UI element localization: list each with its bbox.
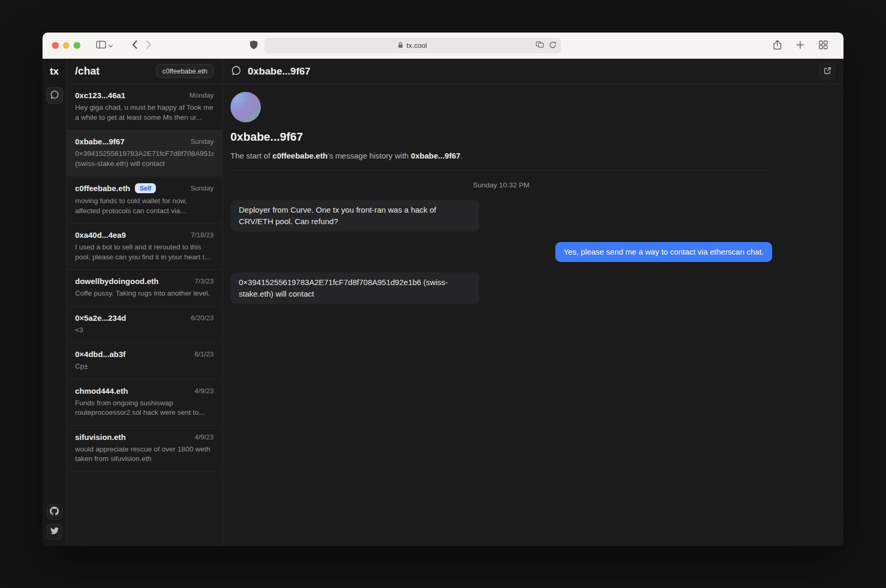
chat-list: 0xc123...46a1 Monday Hey giga chad, u mu… bbox=[67, 84, 222, 546]
self-badge: Self bbox=[135, 183, 156, 193]
share-icon bbox=[773, 40, 782, 51]
chat-item-date: Sunday bbox=[191, 184, 214, 192]
peer-name: 0xbabe...9f67 bbox=[230, 130, 772, 144]
chat-item-date: 7/18/23 bbox=[191, 231, 214, 239]
messages: Deployer from Curve. One tx you front-ra… bbox=[230, 200, 772, 304]
message-row: Deployer from Curve. One tx you front-ra… bbox=[230, 200, 772, 232]
message-bubble: Yes, please send me a way to contact via… bbox=[555, 242, 772, 262]
chat-item-date: 6/20/23 bbox=[191, 314, 214, 322]
chat-list-item[interactable]: 0xbabe...9f67 Sunday 0×39415255619783A2E… bbox=[67, 130, 222, 176]
toolbar-right-group bbox=[771, 38, 830, 54]
conversation-panel: 0xbabe...9f67 0xbabe...9f67 The start of… bbox=[223, 59, 843, 546]
chat-item-date: 4/9/23 bbox=[195, 387, 214, 395]
share-button[interactable] bbox=[771, 38, 784, 54]
privacy-shield-button[interactable] bbox=[247, 38, 260, 54]
external-link-icon bbox=[824, 67, 831, 76]
chat-item-name: 0×4dbd...ab3f bbox=[75, 350, 125, 359]
twitter-icon bbox=[50, 527, 59, 537]
tab-overview-button[interactable] bbox=[817, 38, 830, 53]
chat-item-preview: <3 bbox=[75, 326, 214, 335]
message-row: 0×39415255619783A2E71fcF7d8f708A951d92e1… bbox=[230, 272, 772, 304]
back-arrow-icon bbox=[132, 40, 138, 51]
user-badge[interactable]: c0ffeebabe.eth bbox=[156, 64, 214, 78]
browser-toolbar: tx.cool bbox=[43, 33, 843, 59]
chat-bubble-icon bbox=[50, 90, 59, 101]
app-logo: tx bbox=[50, 59, 59, 84]
chat-item-preview: would appreciate rescue of over 1800 wet… bbox=[75, 445, 214, 464]
chat-item-name: sifuvision.eth bbox=[75, 433, 126, 442]
conversation-title: 0xbabe...9f67 bbox=[248, 66, 310, 77]
back-button[interactable] bbox=[130, 38, 140, 53]
chat-item-name: c0ffeebabe.eth bbox=[75, 184, 130, 193]
history-intro: The start of c0ffeebabe.eth's message hi… bbox=[230, 151, 772, 160]
chat-list-item[interactable]: sifuvision.eth 4/9/23 would appreciate r… bbox=[67, 426, 222, 472]
message-thread: 0xbabe...9f67 The start of c0ffeebabe.et… bbox=[223, 84, 843, 546]
chat-item-preview: Coffe pussy. Taking rugs into another le… bbox=[75, 289, 214, 299]
chat-item-date: 7/3/23 bbox=[195, 277, 214, 285]
chat-item-name: 0xbabe...9f67 bbox=[75, 137, 124, 146]
sidebar-icon bbox=[96, 40, 106, 50]
tab-grid-icon bbox=[819, 40, 828, 51]
chat-item-preview: 0×39415255619783A2E71fcF7d8f708A951d92e1… bbox=[75, 149, 214, 169]
rail-bottom-links bbox=[47, 504, 62, 546]
chat-item-preview: Funds from ongoing sushiswap routeprocoe… bbox=[75, 398, 214, 418]
chat-list-item[interactable]: 0×5a2e...234d 6/20/23 <3 bbox=[67, 307, 222, 343]
chat-list-item[interactable]: 0xa40d...4ea9 7/18/23 I used a bot to se… bbox=[67, 224, 222, 270]
lock-icon bbox=[398, 41, 403, 50]
minimize-window-button[interactable] bbox=[63, 42, 70, 49]
chat-item-name: 0xa40d...4ea9 bbox=[75, 230, 126, 239]
message-bubble: 0×39415255619783A2E71fcF7d8f708A951d92e1… bbox=[230, 272, 479, 304]
github-link[interactable] bbox=[47, 504, 62, 520]
chat-item-date: 6/1/23 bbox=[195, 350, 214, 358]
chat-item-preview: moving funds to cold wallet for now, aff… bbox=[75, 196, 214, 216]
chat-item-date: Sunday bbox=[191, 138, 214, 145]
forward-button[interactable] bbox=[144, 38, 154, 53]
sidebar-toggle-button[interactable] bbox=[94, 38, 115, 52]
chat-item-name: 0×5a2e...234d bbox=[75, 313, 126, 322]
peer-avatar bbox=[230, 92, 261, 122]
thread-divider bbox=[230, 170, 772, 171]
forward-arrow-icon bbox=[146, 40, 152, 51]
chat-item-name: 0xc123...46a1 bbox=[75, 91, 125, 100]
chat-list-item[interactable]: c0ffeebabe.eth Self Sunday moving funds … bbox=[67, 176, 222, 224]
open-external-button[interactable] bbox=[819, 64, 835, 79]
message-bubble: Deployer from Curve. One tx you front-ra… bbox=[230, 200, 479, 232]
browser-window: tx.cool bbox=[43, 33, 843, 546]
window-controls bbox=[52, 42, 80, 49]
github-icon bbox=[50, 507, 59, 518]
chat-item-date: 4/9/23 bbox=[195, 433, 214, 441]
chat-sidebar: /chat c0ffeebabe.eth 0xc123...46a1 Monda… bbox=[67, 59, 223, 546]
chat-list-item[interactable]: dowellbydoingood.eth 7/3/23 Coffe pussy.… bbox=[67, 270, 222, 307]
chat-list-item[interactable]: chmod444.eth 4/9/23 Funds from ongoing s… bbox=[67, 380, 222, 426]
zoom-window-button[interactable] bbox=[73, 42, 80, 49]
intro-self-name: c0ffeebabe.eth bbox=[272, 151, 328, 160]
chat-item-name: dowellbydoingood.eth bbox=[75, 277, 159, 286]
shield-icon bbox=[249, 40, 258, 51]
chat-item-preview: I used a bot to sell and it rerouted to … bbox=[75, 243, 214, 262]
url-text: tx.cool bbox=[406, 41, 427, 49]
intro-peer-name: 0xbabe...9f67 bbox=[411, 151, 460, 160]
chevron-down-icon bbox=[108, 41, 113, 49]
date-divider: Sunday 10:32 PM bbox=[230, 181, 772, 189]
chat-item-name: chmod444.eth bbox=[75, 386, 128, 395]
translate-icon[interactable] bbox=[536, 41, 544, 49]
twitter-link[interactable] bbox=[47, 524, 62, 540]
close-window-button[interactable] bbox=[52, 42, 59, 49]
chat-item-preview: Hey giga chad, u must be happy af Took m… bbox=[75, 103, 214, 122]
chat-bubble-icon bbox=[231, 65, 241, 78]
app-content: tx /ch bbox=[43, 59, 843, 546]
sidebar-header: /chat c0ffeebabe.eth bbox=[67, 59, 222, 84]
chat-list-item[interactable]: 0×4dbd...ab3f 6/1/23 Cp± bbox=[67, 343, 222, 380]
conversation-header: 0xbabe...9f67 bbox=[223, 59, 843, 84]
new-tab-button[interactable] bbox=[794, 39, 806, 52]
chat-item-date: Monday bbox=[189, 91, 214, 99]
sidebar-title: /chat bbox=[75, 65, 100, 77]
nav-rail: tx bbox=[43, 59, 67, 546]
reload-button[interactable] bbox=[549, 41, 556, 50]
nav-chat-button[interactable] bbox=[46, 87, 63, 104]
message-row: Yes, please send me a way to contact via… bbox=[230, 242, 772, 262]
chat-list-item[interactable]: 0xc123...46a1 Monday Hey giga chad, u mu… bbox=[67, 84, 222, 130]
plus-icon bbox=[796, 41, 804, 50]
url-field[interactable]: tx.cool bbox=[265, 38, 561, 54]
chat-item-preview: Cp± bbox=[75, 362, 214, 372]
